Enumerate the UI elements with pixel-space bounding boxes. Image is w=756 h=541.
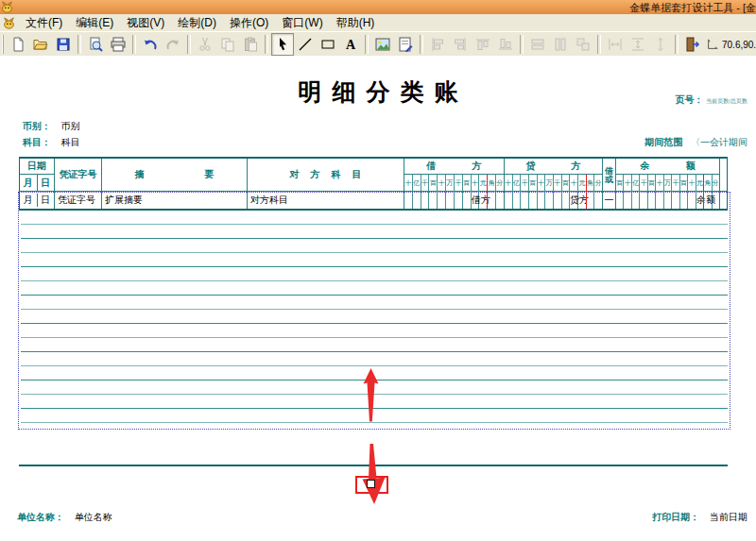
insert-image-button[interactable] [371, 33, 394, 56]
design-canvas[interactable]: 明细分类账 页号： 当前页数/总页数 币别： 币别 科目： 科目 期间范围 〈一… [0, 56, 756, 541]
copy-button [216, 33, 239, 56]
draw-text-button[interactable]: A [339, 33, 362, 56]
print-preview-button[interactable] [84, 33, 107, 56]
digit-cell [631, 192, 639, 209]
redo-button [162, 33, 184, 56]
digit-cell [655, 192, 662, 209]
yuan-divider-line [586, 192, 587, 209]
row-date-cell[interactable]: 月 日 [20, 192, 54, 209]
row-end-cell [719, 192, 727, 209]
header-balance: 余额 [616, 159, 719, 175]
ledger-title-object[interactable]: 明细分类账 [0, 76, 756, 108]
page-number-label[interactable]: 页号： [676, 94, 704, 105]
row-summary-field[interactable]: 扩展摘要 [101, 192, 247, 209]
account-label[interactable]: 科目： [23, 137, 51, 147]
properties-icon [398, 37, 413, 52]
exit-button[interactable] [681, 33, 704, 56]
coordinate-value: 70.6,90.2 mm [722, 40, 756, 50]
period-range-value[interactable]: 〈一会计期间 [691, 137, 747, 147]
row-rule-line [21, 309, 728, 310]
row-rule-line [21, 238, 728, 239]
select-pointer-button[interactable] [271, 33, 294, 56]
col-balance: 余额 百十亿千百十万千百十元角分 [615, 159, 719, 191]
toolbar: A 70.6,90.2 mm [0, 31, 756, 58]
row-rule-line [21, 280, 728, 281]
print-date-object[interactable]: 打印日期： 当前日期 [652, 511, 747, 524]
currency-field[interactable]: 币别 [61, 121, 80, 131]
currency-object[interactable]: 币别： 币别 [23, 120, 80, 133]
draw-rectangle-button[interactable] [317, 33, 339, 56]
space-equal-icon [653, 37, 668, 52]
digit-cell [404, 192, 412, 209]
menu-item[interactable]: 帮助(H) [330, 14, 382, 32]
unit-name-label[interactable]: 单位名称： [17, 512, 64, 522]
align-bottom-icon [498, 37, 513, 52]
col-credit: 贷方 十亿千百十万千百十元角分 [504, 159, 602, 191]
menu-item[interactable]: 绘制(D) [171, 14, 223, 32]
row-month-field[interactable]: 月 [20, 194, 37, 207]
menu-item[interactable]: 操作(O) [223, 14, 275, 32]
row-rule-line [21, 351, 728, 352]
properties-button[interactable] [394, 33, 417, 56]
period-range-label[interactable]: 期间范围 [644, 137, 682, 147]
row-day-field[interactable]: 日 [37, 194, 55, 207]
new-document-button[interactable] [7, 33, 29, 56]
row-credit-cell[interactable]: 贷方 [504, 192, 602, 209]
row-balance-cell[interactable]: 余额 [615, 192, 719, 209]
digit-column-label: 十 [437, 175, 445, 192]
digit-column-label: 百 [679, 175, 687, 192]
menu-item[interactable]: 编辑(E) [69, 14, 120, 32]
digit-column-label: 百 [561, 175, 570, 192]
digit-column-label: 十 [404, 175, 412, 192]
digit-column-label: 元 [478, 175, 487, 192]
row-counter-account-field[interactable]: 对方科目 [247, 192, 404, 209]
align-bottom-button [494, 33, 517, 56]
toolbar-separator [77, 35, 81, 54]
position-icon [706, 38, 719, 51]
digit-cell [593, 192, 602, 209]
toolbar-grip[interactable] [2, 35, 4, 54]
digit-cell [616, 192, 623, 209]
digit-column-label: 百 [428, 175, 437, 192]
row-voucher-field[interactable]: 凭证字号 [54, 192, 101, 209]
print-button[interactable] [107, 33, 129, 56]
row-balance-field[interactable]: 余额 [696, 192, 715, 209]
yuan-divider-line [703, 175, 704, 192]
row-debit-cell[interactable]: 借方 [404, 192, 504, 209]
draw-line-button[interactable] [294, 33, 317, 56]
unit-name-field[interactable]: 单位名称 [75, 512, 112, 522]
undo-button[interactable] [139, 33, 162, 56]
header-month: 月 [20, 175, 37, 192]
open-file-button[interactable] [29, 33, 52, 56]
resize-handle[interactable] [367, 480, 375, 488]
page-number-object[interactable]: 页号： 当前页数/总页数 [676, 93, 747, 107]
currency-label[interactable]: 币别： [23, 121, 51, 131]
digit-column-label: 元 [696, 175, 703, 192]
menu-item[interactable]: 文件(F) [19, 14, 69, 32]
page-number-value[interactable]: 当前页数/总页数 [706, 98, 747, 104]
digit-column-label: 百 [616, 175, 623, 192]
digit-cell [454, 192, 462, 209]
account-object[interactable]: 科目： 科目 [23, 136, 80, 149]
space-vertical-icon [630, 37, 645, 52]
row-direction-field[interactable]: 一 [602, 192, 615, 209]
period-range-object[interactable]: 期间范围 〈一会计期间 [644, 136, 747, 149]
digit-column-label: 千 [639, 175, 646, 192]
ledger-table[interactable]: 日期 月 日 凭证字号 摘要 对方科目 借方 十亿千百十万千百十元角分 [19, 157, 728, 427]
digit-column-label: 千 [421, 175, 429, 192]
menu-item[interactable]: 视图(V) [120, 14, 171, 32]
print-date-label[interactable]: 打印日期： [652, 512, 699, 522]
col-direction: 借或 [602, 159, 615, 191]
digit-column-label: 千 [520, 175, 528, 192]
digit-cell [445, 192, 454, 209]
space-horizontal-icon [608, 37, 623, 52]
menu-item[interactable]: 窗口(W) [275, 14, 329, 32]
paste-button [239, 33, 262, 56]
save-button[interactable] [52, 33, 75, 56]
unit-name-object[interactable]: 单位名称： 单位名称 [17, 511, 112, 524]
ledger-detail-row[interactable]: 月 日 凭证字号 扩展摘要 对方科目 借方 贷方 一 余额 [19, 192, 728, 211]
print-date-field[interactable]: 当前日期 [710, 512, 747, 522]
digit-cell [663, 192, 671, 209]
row-rule-line [21, 365, 728, 366]
account-field[interactable]: 科目 [61, 137, 80, 147]
